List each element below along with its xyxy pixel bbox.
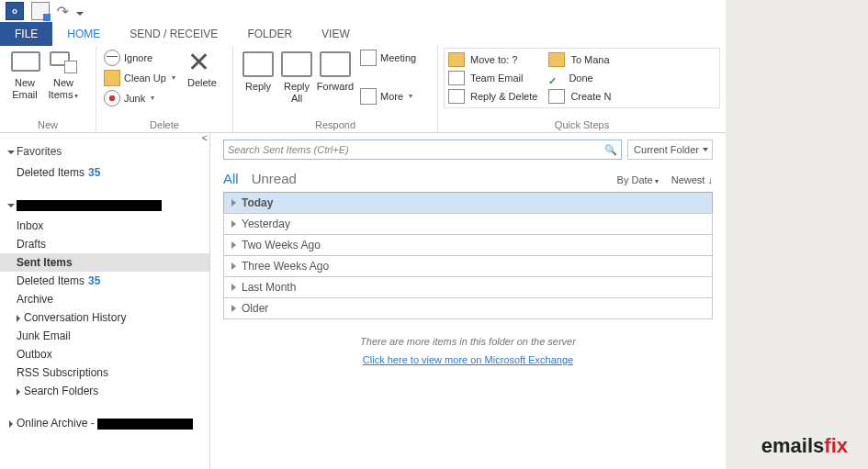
favorites-header[interactable]: Favorites — [0, 145, 209, 163]
undo-icon[interactable]: ↶ — [57, 3, 69, 20]
more-respond-button[interactable]: More▾ — [358, 86, 418, 106]
nav-junk-email[interactable]: Junk Email — [0, 327, 209, 345]
nav-archive[interactable]: Archive — [0, 290, 209, 308]
delete-x-icon — [188, 51, 216, 73]
group-respond-label: Respond — [233, 117, 437, 132]
fav-deleted-items[interactable]: Deleted Items35 — [0, 163, 209, 182]
group-quick-steps-label: Quick Steps — [438, 117, 726, 132]
new-email-button[interactable]: New Email — [6, 48, 44, 101]
qat-send-receive-icon[interactable] — [31, 2, 50, 20]
new-items-label: New Items▾ — [44, 77, 83, 102]
meeting-button[interactable]: Meeting — [358, 48, 418, 68]
nav-search-folders[interactable]: Search Folders — [0, 382, 209, 400]
qs-team-email[interactable]: Team Email — [448, 69, 537, 87]
qs-create-new[interactable]: Create N — [548, 87, 611, 106]
watermark: emailsfix — [761, 434, 848, 458]
outlook-icon: o — [6, 2, 24, 20]
group-today[interactable]: Today — [223, 192, 713, 213]
more-items-message: There are more items in this folder on t… — [223, 336, 713, 347]
ignore-button[interactable]: Ignore — [102, 48, 177, 68]
reply-all-button[interactable]: Reply All — [277, 48, 316, 105]
collapse-nav-icon[interactable]: < — [202, 132, 208, 143]
view-more-exchange-link[interactable]: Click here to view more on Microsoft Exc… — [363, 354, 573, 365]
clean-up-button[interactable]: Clean Up▾ — [102, 68, 177, 88]
search-icon[interactable]: 🔍 — [604, 144, 617, 156]
qs-reply-delete[interactable]: Reply & Delete — [448, 87, 537, 106]
tab-view[interactable]: VIEW — [307, 22, 365, 46]
search-input[interactable]: Search Sent Items (Ctrl+E)🔍 — [223, 140, 622, 160]
online-archive-header[interactable]: Online Archive - — [9, 417, 209, 430]
account-header[interactable] — [9, 198, 209, 211]
ribbon-tabs: FILE HOME SEND / RECEIVE FOLDER VIEW — [0, 22, 726, 47]
group-last-month[interactable]: Last Month — [223, 276, 713, 297]
folder-pane: < Favorites Deleted Items35 Inbox Drafts… — [0, 132, 210, 469]
search-scope-dropdown[interactable]: Current Folder — [627, 140, 713, 160]
tab-send-receive[interactable]: SEND / RECEIVE — [115, 22, 232, 46]
date-groups: Today Yesterday Two Weeks Ago Three Week… — [223, 192, 713, 319]
nav-outbox[interactable]: Outbox — [0, 345, 209, 363]
nav-drafts[interactable]: Drafts — [0, 235, 209, 253]
reply-button[interactable]: Reply — [239, 48, 277, 93]
nav-inbox[interactable]: Inbox — [0, 217, 209, 235]
nav-sent-items[interactable]: Sent Items — [0, 253, 209, 272]
tab-home[interactable]: HOME — [52, 22, 115, 46]
qs-move-to[interactable]: Move to: ? — [448, 50, 537, 69]
junk-button[interactable]: Junk▾ — [102, 88, 177, 108]
new-email-label: New Email — [6, 77, 44, 101]
forward-button[interactable]: Forward — [316, 48, 355, 93]
sort-arrow-icon: ↓ — [708, 174, 714, 185]
nav-deleted-items[interactable]: Deleted Items35 — [0, 272, 209, 290]
sort-newest[interactable]: Newest ↓ — [671, 174, 713, 185]
tab-file[interactable]: FILE — [0, 22, 52, 46]
group-two-weeks[interactable]: Two Weeks Ago — [223, 234, 713, 255]
message-list-pane: Search Sent Items (Ctrl+E)🔍 Current Fold… — [210, 132, 726, 469]
filter-all[interactable]: All — [223, 171, 239, 186]
group-delete-label: Delete — [96, 117, 232, 132]
filter-unread[interactable]: Unread — [252, 171, 297, 186]
group-new-label: New — [0, 117, 96, 132]
delete-button[interactable]: Delete — [183, 48, 221, 89]
new-items-button[interactable]: New Items▾ — [44, 48, 83, 102]
group-three-weeks[interactable]: Three Weeks Ago — [223, 255, 713, 276]
delete-label: Delete — [187, 77, 217, 89]
nav-conversation-history[interactable]: Conversation History — [0, 308, 209, 327]
group-yesterday[interactable]: Yesterday — [223, 213, 713, 234]
tab-folder[interactable]: FOLDER — [232, 22, 307, 46]
qat-customize-icon[interactable] — [76, 12, 84, 16]
nav-rss[interactable]: RSS Subscriptions — [0, 363, 209, 382]
qs-to-manager[interactable]: To Mana — [548, 50, 611, 69]
sort-by-date[interactable]: By Date▾ — [617, 174, 659, 185]
group-older[interactable]: Older — [223, 297, 713, 319]
qs-done[interactable]: ✓Done — [548, 69, 611, 87]
